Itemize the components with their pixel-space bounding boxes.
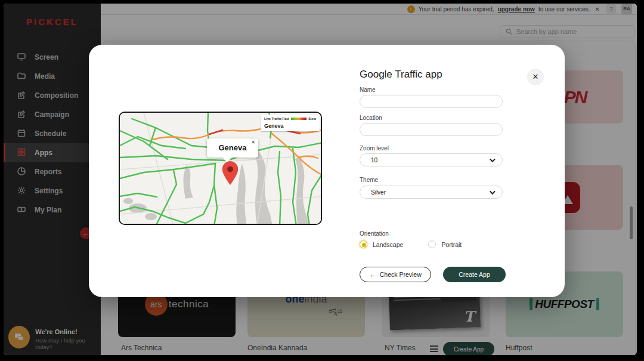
check-preview-button[interactable]: ← Check Preview bbox=[360, 267, 431, 282]
traffic-legend: Live Traffic Fast Slow Geneva bbox=[261, 115, 320, 131]
zoom-level-label: Zoom level bbox=[360, 145, 389, 152]
app-window: PICKCEL Screen Media Composition Campaig… bbox=[4, 4, 637, 355]
screenshot-frame: PICKCEL Screen Media Composition Campaig… bbox=[0, 0, 644, 361]
zoom-level-select[interactable]: 10 bbox=[360, 153, 503, 166]
legend-fast-label: Live Traffic Fast bbox=[264, 117, 289, 121]
chevron-down-icon bbox=[490, 156, 496, 162]
modal-title: Google Traffic app bbox=[360, 69, 442, 81]
create-app-button[interactable]: Create App bbox=[443, 267, 506, 282]
name-label: Name bbox=[360, 87, 376, 93]
theme-select[interactable]: Silver bbox=[360, 186, 503, 199]
name-field[interactable] bbox=[360, 95, 503, 108]
orientation-label: Orientation bbox=[360, 230, 389, 237]
back-arrow-icon: ← bbox=[369, 271, 376, 278]
traffic-gradient-bar bbox=[291, 118, 306, 120]
chevron-down-icon bbox=[490, 189, 496, 195]
location-label: Location bbox=[360, 115, 382, 121]
infowindow-title: Geneva bbox=[207, 138, 258, 158]
radio-selected-icon bbox=[360, 240, 367, 248]
radio-unselected-icon bbox=[428, 240, 436, 248]
google-traffic-app-modal: Google Traffic app ✕ bbox=[89, 45, 565, 297]
location-field[interactable] bbox=[360, 123, 503, 136]
map-pin-icon bbox=[222, 161, 238, 187]
modal-close-button[interactable]: ✕ bbox=[527, 69, 544, 85]
radio-landscape[interactable]: Landscape bbox=[360, 240, 403, 248]
zoom-level-value: 10 bbox=[371, 157, 377, 163]
legend-slow-label: Slow bbox=[308, 117, 316, 121]
radio-portrait[interactable]: Portrait bbox=[428, 240, 462, 248]
theme-label: Theme bbox=[360, 177, 378, 183]
legend-location: Geneva bbox=[264, 123, 316, 129]
map-infowindow: Geneva ✕ bbox=[207, 138, 258, 158]
orientation-options: Landscape Portrait bbox=[360, 240, 487, 248]
infowindow-close-icon[interactable]: ✕ bbox=[251, 140, 255, 146]
theme-value: Silver bbox=[371, 189, 386, 196]
traffic-map-preview[interactable]: Live Traffic Fast Slow Geneva Geneva ✕ bbox=[119, 112, 322, 225]
